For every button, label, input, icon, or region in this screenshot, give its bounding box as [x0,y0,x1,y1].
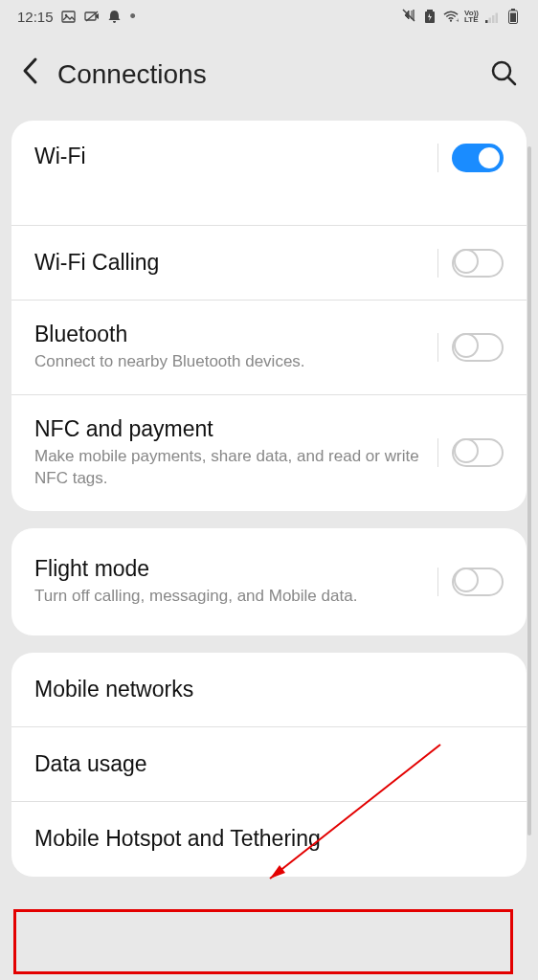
row-title: Wi-Fi [34,144,437,169]
row-mobile-networks[interactable]: Mobile networks [11,653,527,727]
row-title: Flight mode [34,556,437,582]
divider [437,249,438,278]
divider [437,333,438,362]
svg-line-18 [508,78,515,84]
wifi-icon: + [443,9,459,24]
svg-text:+: + [456,16,459,22]
dot-icon: • [130,7,136,27]
row-title: NFC and payment [34,416,437,442]
status-bar: 12:15 • + Vo))LTE [0,0,538,33]
battery-saver-icon [422,9,437,24]
row-nfc[interactable]: NFC and payment Make mobile payments, sh… [11,395,527,511]
image-icon [61,9,77,24]
row-flight-mode[interactable]: Flight mode Turn off calling, messaging,… [11,528,527,635]
header: Connections [0,33,538,121]
wifi-toggle[interactable] [452,144,504,172]
dnd-icon [107,9,123,24]
divider [437,568,438,596]
status-right: + Vo))LTE [401,9,521,24]
divider [437,144,438,172]
divider [437,438,438,467]
svg-point-8 [450,19,452,21]
battery-icon [505,9,521,24]
bluetooth-toggle[interactable] [452,333,504,362]
scrollbar[interactable] [527,146,531,835]
vibrate-icon [401,9,416,24]
row-title: Mobile Hotspot and Tethering [34,826,504,852]
flight-mode-toggle[interactable] [452,568,504,596]
search-button[interactable] [490,59,517,90]
page-title: Connections [57,59,471,90]
signal-icon [484,9,500,24]
row-title: Mobile networks [34,677,504,702]
row-title: Data usage [34,751,504,777]
status-left: 12:15 • [17,7,136,27]
row-title: Bluetooth [34,322,437,347]
row-bluetooth[interactable]: Bluetooth Connect to nearby Bluetooth de… [11,301,527,395]
redacted-network [34,177,264,204]
row-mobile-hotspot[interactable]: Mobile Hotspot and Tethering [11,802,527,877]
svg-rect-6 [427,10,433,11]
volte-icon: Vo))LTE [464,10,479,23]
status-time: 12:15 [17,9,54,25]
row-data-usage[interactable]: Data usage [11,727,527,802]
settings-card: Mobile networks Data usage Mobile Hotspo… [11,653,527,877]
camera-icon [84,9,100,24]
back-button[interactable] [21,56,38,92]
settings-card: Wi-Fi Wi-Fi Calling Bluetooth Connect to… [11,121,527,511]
row-wifi-calling[interactable]: Wi-Fi Calling [11,226,527,301]
svg-rect-0 [62,11,75,22]
row-wifi[interactable]: Wi-Fi [11,121,527,226]
settings-card: Flight mode Turn off calling, messaging,… [11,528,527,635]
svg-rect-16 [510,13,516,23]
svg-rect-10 [485,20,488,23]
row-title: Wi-Fi Calling [34,250,437,276]
nfc-toggle[interactable] [452,438,504,467]
row-desc: Make mobile payments, share data, and re… [34,446,437,490]
row-desc: Connect to nearby Bluetooth devices. [34,351,437,373]
row-desc: Turn off calling, messaging, and Mobile … [34,586,437,608]
svg-rect-12 [492,15,495,23]
wifi-calling-toggle[interactable] [452,249,504,278]
svg-rect-11 [488,17,491,23]
annotation-highlight [13,909,513,974]
svg-rect-13 [495,12,498,23]
